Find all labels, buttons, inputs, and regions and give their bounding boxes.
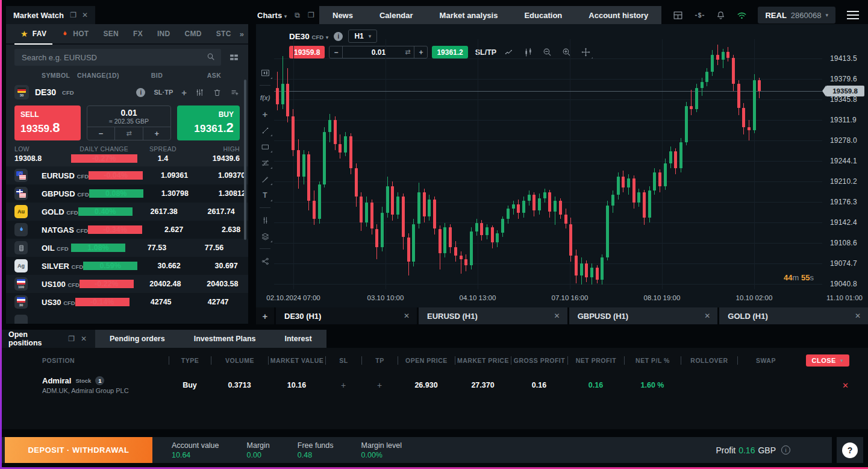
watchlist-tab-fav[interactable]: ★FAV — [14, 24, 52, 43]
close-icon[interactable]: ✕ — [82, 11, 88, 19]
layout-icon[interactable] — [672, 10, 684, 21]
instrument-symbol: DE30 — [35, 87, 56, 97]
watchlist-scrollbar[interactable] — [244, 80, 246, 240]
watchlist-row-eurusd[interactable]: EURUSD CFD-0.04%1.093611.09370 — [6, 166, 248, 184]
watchlist-row-gbpusd[interactable]: GBPUSD CFD0.08%1.307981.30812 — [6, 184, 248, 203]
watchlist-tab-cmd[interactable]: CMD — [179, 24, 208, 43]
close-icon[interactable]: ✕ — [698, 312, 710, 320]
volume-box: 0.01 ≈ 202.35 GBP − ⇄ + — [87, 105, 171, 140]
time-tick: 10.10 02:00 — [736, 294, 773, 301]
time-axis[interactable]: 02.10.2024 07:0003.10 10:0004.10 13:0007… — [274, 289, 868, 307]
wifi-icon[interactable] — [736, 10, 748, 21]
nav-tab-calendar[interactable]: Calendar — [366, 6, 426, 24]
candle — [365, 203, 368, 222]
menu-icon[interactable] — [846, 8, 860, 22]
popout-icon[interactable]: ⧉ — [295, 11, 300, 19]
help-button[interactable]: ? — [842, 442, 858, 458]
restore-icon[interactable]: ❐ — [70, 11, 76, 19]
position-tp[interactable]: + — [361, 380, 398, 390]
price-axis[interactable]: 19413.519379.619345.819311.919278.019244… — [822, 39, 868, 289]
chart-tab-eurusd-h1-[interactable]: EURUSD (H1)✕ — [419, 307, 567, 324]
tab-interest[interactable]: Interest — [270, 330, 326, 348]
playlist-add-icon[interactable] — [230, 88, 240, 97]
watchlist-tab-sen[interactable]: SEN — [97, 24, 125, 43]
crosshair-icon[interactable]: + — [260, 109, 270, 119]
add-chart-tab-button[interactable]: + — [256, 307, 274, 324]
layers-icon[interactable] — [260, 231, 270, 242]
candle — [470, 231, 473, 265]
watchlist-row-silver[interactable]: AgSILVER CFD0.59%30.66230.697 — [6, 257, 248, 275]
buy-button[interactable]: BUY 19361.2 — [177, 105, 240, 140]
position-net-profit: 0.16 — [567, 381, 624, 389]
position-sl[interactable]: + — [325, 380, 361, 390]
nav-tab-education[interactable]: Education — [511, 6, 575, 24]
watchlist-tab-fx[interactable]: FX — [127, 24, 149, 43]
candle — [286, 84, 289, 116]
text-tool-icon[interactable]: T — [260, 190, 270, 201]
close-icon[interactable]: ✕ — [849, 312, 861, 320]
fibonacci-tool-icon[interactable] — [260, 157, 270, 168]
search-icon[interactable] — [206, 52, 216, 61]
grid-view-icon[interactable] — [228, 52, 240, 63]
selected-instrument-row[interactable]: 30 DE30 CFD i SL·TP + — [6, 83, 248, 102]
tab-open-positions[interactable]: Open positions ❐ ✕ — [0, 330, 95, 348]
bell-icon[interactable] — [716, 10, 726, 20]
volume-mode-toggle[interactable]: ⇄ — [114, 127, 142, 140]
search-input[interactable] — [14, 49, 221, 66]
restore-icon[interactable]: ❐ — [308, 11, 314, 19]
volume-value[interactable]: 0.01 — [87, 106, 170, 118]
candlestick-plot[interactable]: 44m 55s — [274, 39, 822, 289]
close-icon[interactable]: ✕ — [398, 312, 410, 320]
watchlist-tab-stc[interactable]: STC — [210, 24, 237, 43]
restore-icon[interactable]: ❐ — [68, 335, 75, 343]
trend-line-tool-icon[interactable] — [260, 125, 270, 136]
volume-increase-button[interactable]: + — [143, 127, 170, 140]
indicators-icon[interactable]: f(x) — [260, 92, 270, 103]
chart-tab-gold-h1-[interactable]: GOLD (H1)✕ — [719, 307, 868, 324]
watchlist-row-natgas[interactable]: NATGAS CFD-0.34%2.6272.638 — [6, 221, 248, 239]
watchlist-row-us100[interactable]: 100US100 CFD-0.22%20402.4820403.58 — [6, 275, 248, 293]
close-icon[interactable]: ✕ — [548, 312, 560, 320]
share-icon[interactable] — [260, 256, 270, 266]
watchlist-tab-hot[interactable]: HOT — [55, 24, 95, 43]
deposit-withdrawal-button[interactable]: DEPOSIT · WITHDRAWAL — [5, 437, 152, 463]
watchlist-row-oil[interactable]: OIL CFD1.08%77.5377.56 — [6, 239, 248, 257]
chart-tab-gbpusd-h1-[interactable]: GBPUSD (H1)✕ — [569, 307, 718, 324]
close-icon[interactable]: ✕ — [81, 335, 87, 343]
market-watch-panel-tab[interactable]: Market Watch ❐ ✕ — [6, 6, 95, 24]
nav-tab-news[interactable]: News — [319, 6, 366, 24]
watchlist-tab-ind[interactable]: IND — [151, 24, 176, 43]
chart-display-icon[interactable] — [260, 68, 270, 78]
sell-button[interactable]: SELL 19359.8 — [14, 105, 81, 140]
more-tabs-icon[interactable]: » — [240, 30, 244, 39]
watchlist-row-gold[interactable]: AuGOLD CFD0.40%2617.382617.74 — [6, 203, 248, 221]
trash-icon[interactable] — [213, 88, 222, 97]
profit-info-icon[interactable]: i — [781, 445, 790, 455]
transfer-funds-icon[interactable]: $ — [694, 10, 705, 21]
charts-title[interactable]: Charts ▾ — [257, 11, 287, 20]
positions-tabs: Open positions ❐ ✕ Pending ordersInvestm… — [0, 330, 868, 348]
position-row[interactable]: AdmiralStock1ADM.UK, Admiral Group PLCBu… — [0, 371, 868, 400]
add-order-icon[interactable]: + — [181, 87, 187, 98]
charts-panel-header: Charts ▾ ⧉ ❐ ✕ — [257, 6, 328, 24]
compare-icon[interactable] — [260, 215, 270, 225]
close-position-button[interactable]: CLOSE▾ — [806, 354, 849, 367]
shape-tool-icon[interactable] — [260, 141, 270, 152]
price-tick: 19345.8 — [830, 95, 857, 104]
sltp-button[interactable]: SL·TP — [154, 89, 173, 96]
price-tick: 19142.4 — [830, 218, 857, 227]
volume-decrease-button[interactable]: − — [87, 127, 114, 140]
info-icon[interactable]: i — [136, 88, 145, 97]
tab-investment-plans[interactable]: Investment Plans — [180, 330, 270, 348]
account-selector[interactable]: REAL 2860068 ▾ — [758, 7, 835, 24]
tab-pending-orders[interactable]: Pending orders — [95, 330, 180, 348]
watchlist-row-us30[interactable]: 30US30 CFD-0.14%4274542747 — [6, 293, 248, 311]
nav-tab-market-analysis[interactable]: Market analysis — [426, 6, 511, 24]
chart-tab-de30-h1-[interactable]: DE30 (H1)✕ — [276, 307, 417, 324]
brush-tool-icon[interactable] — [260, 174, 270, 184]
stat-label: LOW — [14, 145, 71, 153]
close-position-icon[interactable]: ✕ — [842, 381, 849, 390]
nav-tab-account-history[interactable]: Account history — [575, 6, 661, 24]
symbol-ask: 20403.58 — [197, 280, 248, 288]
sliders-icon[interactable] — [195, 88, 204, 97]
